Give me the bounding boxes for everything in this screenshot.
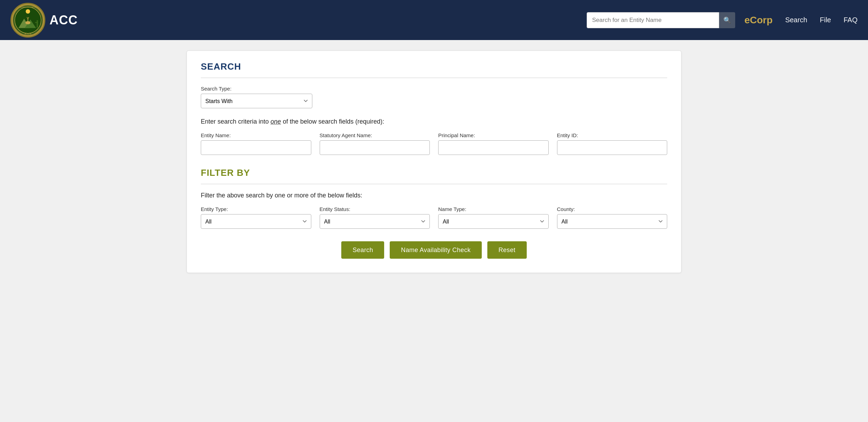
svg-text:★ 1912 ★: ★ 1912 ★: [24, 33, 32, 34]
entity-id-input[interactable]: [557, 140, 668, 155]
acc-logo: ★ 1912 ★ ARIZONA CORPORATION: [10, 3, 45, 38]
county-group: County: All: [557, 206, 668, 229]
search-section-title: SEARCH: [201, 61, 667, 72]
entity-type-select[interactable]: All: [201, 214, 311, 229]
name-type-group: Name Type: All: [438, 206, 549, 229]
search-divider: [201, 78, 667, 78]
header-search-input[interactable]: [587, 12, 719, 28]
principal-name-input[interactable]: [438, 140, 549, 155]
filter-instruction: Filter the above search by one or more o…: [201, 192, 667, 199]
search-fields-row: Entity Name: Statutory Agent Name: Princ…: [201, 132, 667, 155]
statutory-agent-input[interactable]: [320, 140, 430, 155]
buttons-row: Search Name Availability Check Reset: [201, 241, 667, 259]
search-type-label: Search Type:: [201, 86, 667, 92]
entity-type-group: Entity Type: All: [201, 206, 311, 229]
svg-text:ARIZONA CORPORATION: ARIZONA CORPORATION: [20, 6, 37, 8]
entity-status-group: Entity Status: All: [320, 206, 430, 229]
acc-seal-icon: ★ 1912 ★ ARIZONA CORPORATION: [12, 5, 44, 36]
name-type-select[interactable]: All: [438, 214, 549, 229]
main-content: SEARCH Search Type: Starts With Contains…: [176, 50, 692, 273]
svg-rect-6: [35, 22, 38, 23]
principal-name-group: Principal Name:: [438, 132, 549, 155]
filter-divider: [201, 184, 667, 184]
statutory-agent-group: Statutory Agent Name:: [320, 132, 430, 155]
entity-status-select[interactable]: All: [320, 214, 430, 229]
header-search-area: 🔍: [587, 12, 735, 28]
statutory-agent-label: Statutory Agent Name:: [320, 132, 430, 138]
entity-id-label: Entity ID:: [557, 132, 668, 138]
entity-name-group: Entity Name:: [201, 132, 311, 155]
principal-name-label: Principal Name:: [438, 132, 549, 138]
entity-status-label: Entity Status:: [320, 206, 430, 212]
main-header: ★ 1912 ★ ARIZONA CORPORATION ACC 🔍 eCorp…: [0, 0, 868, 40]
header-search-button[interactable]: 🔍: [719, 12, 735, 28]
ecorp-label: eCorp: [744, 15, 772, 26]
criteria-instruction: Enter search criteria into one of the be…: [201, 118, 667, 125]
county-select[interactable]: All: [557, 214, 668, 229]
logo-area: ★ 1912 ★ ARIZONA CORPORATION ACC: [10, 3, 78, 38]
search-type-row: Search Type: Starts With Contains Exact: [201, 86, 667, 108]
search-card: SEARCH Search Type: Starts With Contains…: [186, 50, 682, 273]
name-type-label: Name Type:: [438, 206, 549, 212]
entity-type-label: Entity Type:: [201, 206, 311, 212]
svg-rect-5: [37, 20, 38, 28]
entity-id-group: Entity ID:: [557, 132, 668, 155]
county-label: County:: [557, 206, 668, 212]
filter-fields-row: Entity Type: All Entity Status: All Name…: [201, 206, 667, 229]
nav-file[interactable]: File: [820, 16, 831, 24]
entity-name-input[interactable]: [201, 140, 311, 155]
header-nav: Search File FAQ: [785, 16, 858, 24]
name-availability-check-button[interactable]: Name Availability Check: [390, 241, 482, 259]
search-icon: 🔍: [723, 16, 731, 24]
svg-point-7: [25, 21, 30, 24]
search-button[interactable]: Search: [341, 241, 384, 259]
entity-name-label: Entity Name:: [201, 132, 311, 138]
nav-search[interactable]: Search: [785, 16, 807, 24]
svg-point-2: [26, 9, 30, 14]
search-type-select[interactable]: Starts With Contains Exact: [201, 94, 312, 108]
filter-section-title: FILTER BY: [201, 167, 667, 178]
acc-label: ACC: [50, 13, 78, 28]
reset-button[interactable]: Reset: [487, 241, 527, 259]
nav-faq[interactable]: FAQ: [844, 16, 858, 24]
